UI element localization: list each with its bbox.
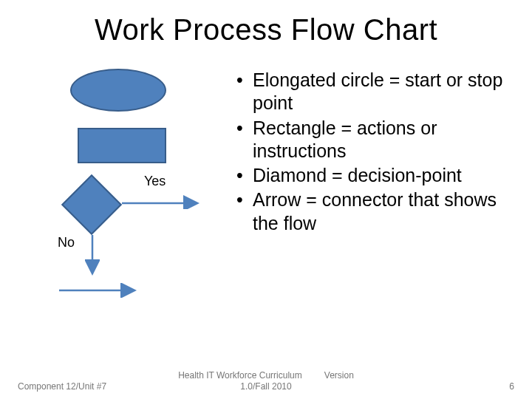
content-area: Yes No [0, 69, 532, 320]
list-item: Arrow = connector that shows the flow [236, 188, 517, 235]
footer: Component 12/Unit #7 Health IT Workforce… [0, 370, 532, 392]
footer-page-number: 6 [411, 381, 514, 392]
footer-center-line1: Health IT Workforce Curriculum [178, 370, 302, 381]
list-item: Diamond = decision-point [236, 164, 517, 187]
list-item: Rectangle = actions or instructions [236, 117, 517, 163]
footer-center: Health IT Workforce Curriculum Version 1… [178, 370, 354, 392]
footer-version: Version [324, 370, 354, 381]
yes-arrow-icon [122, 194, 203, 209]
no-label: No [58, 235, 75, 250]
footer-center-line2: 1.0/Fall 2010 [240, 381, 291, 392]
connector-arrow-icon [59, 283, 140, 298]
bullets-column: Elongated circle = start or stop point R… [229, 69, 517, 320]
ellipse-shape [70, 69, 166, 112]
no-arrow-icon [85, 235, 100, 279]
slide-title: Work Process Flow Chart [0, 0, 532, 47]
shapes-column: Yes No [15, 69, 229, 320]
bullet-list: Elongated circle = start or stop point R… [236, 69, 517, 235]
rectangle-shape [78, 128, 166, 163]
list-item: Elongated circle = start or stop point [236, 69, 517, 115]
footer-left: Component 12/Unit #7 [18, 381, 121, 392]
diamond-shape [61, 174, 122, 235]
yes-label: Yes [144, 174, 166, 189]
